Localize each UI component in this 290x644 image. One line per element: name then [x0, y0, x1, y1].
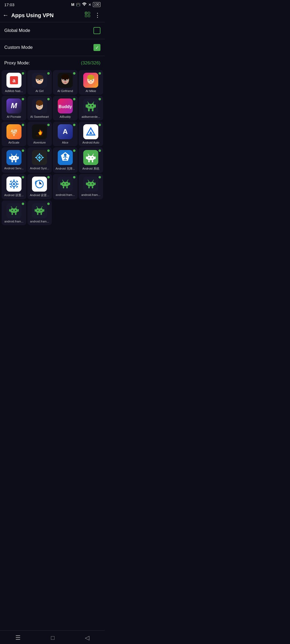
svg-rect-102 [13, 180, 15, 181]
svg-point-36 [41, 105, 42, 107]
app-item-aigirl[interactable]: Ai Girl [27, 70, 52, 95]
svg-rect-79 [35, 157, 37, 158]
app-icon-androidsystem [83, 150, 98, 165]
custom-mode-label: Custom Mode [4, 45, 33, 50]
status-time: 17:03 [4, 2, 15, 7]
app-item-androidaccess[interactable]: Android 无障... [53, 147, 78, 173]
app-name-aipicmate: AI Picmate [7, 115, 21, 118]
global-mode-row[interactable]: Global Mode [0, 22, 105, 39]
active-dot [47, 149, 50, 152]
app-item-alice[interactable]: A Alice [53, 122, 78, 146]
svg-rect-73 [15, 160, 16, 162]
app-item-admob[interactable]: a AdMob Nati... [2, 70, 26, 95]
proxy-mode-count: (326/326) [81, 60, 100, 66]
app-item-androidserv[interactable]: Android Serv... [2, 147, 26, 173]
svg-rect-157 [35, 209, 36, 212]
svg-point-26 [89, 80, 90, 81]
app-name-aimikie: AI Mikie [86, 89, 96, 93]
active-dot [47, 72, 50, 75]
app-name-aibuddy: AIBuddy [60, 115, 71, 118]
app-item-framework3[interactable]: android.fram... [2, 200, 26, 225]
active-dot [99, 124, 101, 126]
app-item-settingstime[interactable]: Android 设置... [27, 174, 52, 199]
svg-point-27 [92, 80, 93, 81]
svg-rect-2 [88, 15, 90, 17]
app-item-aimikie[interactable]: AI Mikie [79, 70, 103, 95]
svg-rect-0 [85, 12, 87, 14]
svg-rect-123 [63, 186, 64, 188]
app-item-airscale[interactable]: AIR AirScale [2, 122, 26, 146]
app-icon-androidauto [83, 124, 98, 139]
app-icon-alice: A [58, 124, 73, 139]
svg-text:Buddy: Buddy [59, 104, 72, 109]
more-options-icon[interactable]: ⋮ [95, 12, 101, 19]
app-icon-aigirlfriend [58, 73, 73, 88]
svg-rect-77 [39, 153, 40, 155]
active-dot [73, 98, 75, 100]
app-item-androidauto[interactable]: Android Auto [79, 122, 103, 146]
app-item-aipicmate[interactable]: M AI Picmate [2, 96, 26, 120]
app-name-aigirlfriend: AI Girlfriend [57, 89, 73, 93]
svg-rect-67 [10, 156, 18, 160]
app-item-framework2[interactable]: android.fram... [79, 174, 103, 199]
global-mode-checkbox[interactable] [93, 27, 100, 34]
select-all-icon[interactable] [84, 11, 91, 19]
svg-rect-154 [36, 208, 43, 213]
app-item-androidsystem[interactable]: Android 系统 [79, 147, 103, 173]
app-item-framework1[interactable]: android.fram... [53, 174, 78, 199]
svg-point-9 [36, 75, 43, 80]
svg-point-93 [89, 157, 90, 158]
app-icon-framework2 [83, 177, 98, 192]
svg-rect-96 [95, 156, 96, 159]
app-icon-androidaccess [58, 150, 73, 165]
active-dot [73, 124, 75, 126]
app-name-airscale: AirScale [8, 141, 19, 144]
custom-mode-row[interactable]: Custom Mode ✓ [0, 39, 105, 56]
svg-point-143 [12, 210, 13, 211]
svg-rect-104 [9, 184, 11, 185]
svg-rect-130 [87, 182, 95, 186]
active-dot [22, 72, 24, 75]
svg-rect-1 [88, 12, 90, 14]
svg-rect-105 [17, 184, 19, 185]
app-name-admob: AdMob Nati... [5, 89, 23, 93]
svg-point-16 [61, 74, 69, 80]
svg-point-53 [13, 135, 15, 136]
app-icon-aidlserver [83, 98, 98, 114]
app-item-aiventure[interactable]: Aiventure [27, 122, 52, 146]
app-bar: ← Apps Using VPN ⋮ [0, 9, 105, 22]
custom-mode-checkbox[interactable]: ✓ [93, 44, 100, 51]
app-name-alice: Alice [62, 141, 68, 144]
app-name-androidsystem: Android 系统 [82, 167, 99, 171]
global-mode-label: Global Mode [4, 28, 30, 33]
svg-point-83 [64, 153, 67, 156]
svg-point-35 [37, 105, 38, 107]
svg-point-13 [41, 80, 42, 81]
app-item-aidlserver[interactable]: aidlserverde... [79, 96, 103, 120]
app-item-settings[interactable]: Android 设置... [2, 174, 26, 199]
proxy-mode-label: Proxy Mode: [4, 60, 30, 66]
app-name-framework4: android.fram... [30, 220, 49, 223]
app-item-androidsyst[interactable]: Android Syst... [27, 147, 52, 173]
svg-rect-48 [95, 104, 96, 108]
app-name-settingstime: Android 设置... [30, 193, 49, 197]
active-dot [47, 124, 50, 126]
svg-point-32 [36, 100, 43, 106]
app-name-aigirl: Ai Girl [35, 89, 44, 93]
app-item-aibuddy[interactable]: Buddy AIBuddy [53, 96, 78, 120]
app-item-aigirlfriend[interactable]: AI Girlfriend [53, 70, 78, 95]
app-item-framework4[interactable]: android.fram... [27, 200, 52, 225]
svg-rect-47 [86, 104, 87, 108]
app-icon-aimikie [83, 73, 98, 88]
svg-rect-97 [88, 160, 90, 162]
active-dot [99, 98, 101, 100]
app-item-aisweetheart[interactable]: AI Sweetheart [27, 96, 52, 120]
svg-rect-124 [66, 186, 68, 188]
svg-rect-148 [15, 213, 16, 215]
svg-rect-142 [10, 208, 18, 213]
wifi-icon [82, 2, 87, 7]
app-name-framework1: android.fram... [56, 193, 75, 196]
back-button[interactable]: ← [3, 12, 9, 19]
svg-point-45 [89, 105, 90, 107]
app-icon-airscale: AIR [6, 124, 21, 139]
